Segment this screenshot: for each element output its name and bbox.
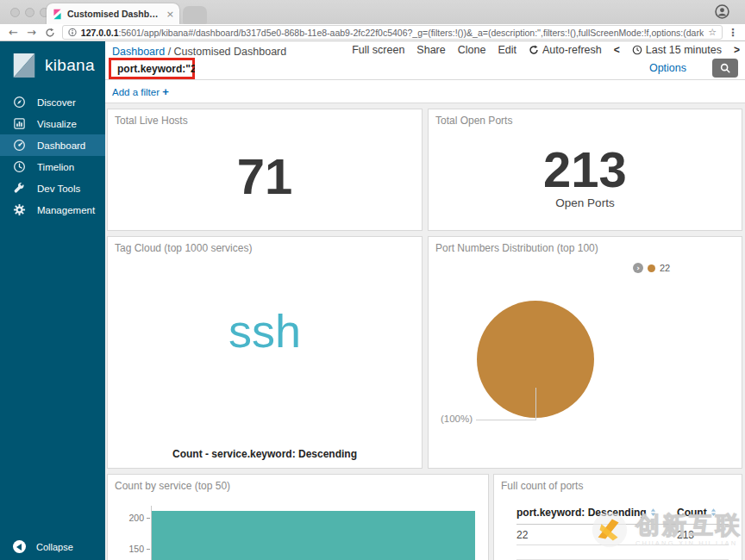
column-port-keyword[interactable]: port.keyword: Descending <box>516 507 677 519</box>
tab-title: Customised Dashboard - Kiba <box>67 9 162 19</box>
y-tick-mark <box>147 549 150 550</box>
bar-ssh[interactable] <box>152 511 475 560</box>
y-tick-mark <box>147 518 150 519</box>
breadcrumb: Dashboard / Customised Dashboard <box>112 46 286 58</box>
auto-refresh-button[interactable]: Auto-refresh <box>529 44 602 56</box>
browser-tab[interactable]: Customised Dashboard - Kiba × <box>47 3 179 24</box>
url-path: :5601/app/kibana#/dashboard/b317d5e0-868… <box>119 28 704 38</box>
time-range-picker[interactable]: Last 15 minutes <box>632 44 722 56</box>
kibana-favicon-icon <box>52 9 63 20</box>
table-row: 22 213 <box>516 525 729 545</box>
table-row <box>516 545 729 560</box>
browser-menu-icon[interactable]: ⋮ <box>728 27 738 39</box>
metric-open-ports: 213 <box>543 145 627 195</box>
browser-tab-bar: Customised Dashboard - Kiba × <box>0 0 745 25</box>
url-field[interactable]: 127.0.0.1:5601/app/kibana#/dashboard/b31… <box>62 25 723 40</box>
new-tab-button[interactable] <box>183 6 207 24</box>
annotation-red-box <box>109 58 195 79</box>
tab-close-icon[interactable]: × <box>166 9 174 20</box>
tag-cloud-caption: Count - service.keyword: Descending <box>108 448 422 460</box>
timelion-clock-icon <box>13 160 26 173</box>
panel-title: Count by service (top 50) <box>115 480 230 492</box>
browser-profile-icon[interactable] <box>715 4 729 19</box>
clock-icon <box>632 45 642 55</box>
url-host: 127.0.0.1 <box>81 28 119 38</box>
column-count[interactable]: Count <box>677 507 729 519</box>
legend-label[interactable]: 22 <box>660 263 670 273</box>
devtools-wrench-icon <box>13 182 26 195</box>
discover-compass-icon <box>13 96 26 109</box>
time-prev-button[interactable]: < <box>614 44 620 56</box>
sidebar-collapse-button[interactable]: Collapse <box>13 540 73 553</box>
sidebar-item-dashboard[interactable]: Dashboard <box>0 134 105 156</box>
collapse-label: Collapse <box>36 542 73 552</box>
sidebar-item-timelion[interactable]: Timelion <box>0 156 105 177</box>
y-tick-150: 150 <box>120 544 144 554</box>
clone-button[interactable]: Clone <box>458 44 486 56</box>
sort-icon <box>650 507 656 517</box>
breadcrumb-separator: / <box>165 46 173 58</box>
panel-total-live-hosts: Total Live Hosts 71 <box>107 109 423 231</box>
sidebar-item-label: Visualize <box>37 119 77 129</box>
metric-live-hosts: 71 <box>237 152 293 202</box>
window-close-button[interactable] <box>10 8 20 17</box>
filter-bar: Add a filter + <box>105 80 745 103</box>
main-content: Dashboard / Customised Dashboard Full sc… <box>105 41 745 560</box>
time-next-button[interactable]: > <box>734 44 740 56</box>
sidebar-item-label: Timelion <box>37 162 74 172</box>
panel-title: Port Numbers Distribution (top 100) <box>435 242 598 254</box>
sidebar-item-management[interactable]: Management <box>0 199 105 221</box>
url-text: 127.0.0.1:5601/app/kibana#/dashboard/b31… <box>81 28 704 38</box>
sidebar-item-discover[interactable]: Discover <box>0 91 105 113</box>
plus-icon: + <box>162 85 169 98</box>
sidebar-item-visualize[interactable]: Visualize <box>0 113 105 134</box>
bookmark-star-icon[interactable]: ☆ <box>708 27 717 38</box>
sidebar-item-label: Discover <box>37 97 76 108</box>
site-info-icon[interactable] <box>68 28 77 37</box>
pie-percent-label: (100%) <box>441 414 473 424</box>
panel-total-open-ports: Total Open Ports 213 Open Ports <box>428 109 742 231</box>
browser-url-bar: ← → 127.0.0.1:5601/app/kibana#/dashboard… <box>0 24 745 41</box>
cell-port: 22 <box>516 529 677 541</box>
pie-legend: › 22 <box>633 263 670 273</box>
tag-ssh[interactable]: ssh <box>108 304 422 358</box>
add-filter-button[interactable]: Add a filter + <box>112 85 169 98</box>
kibana-mark-icon <box>10 52 38 79</box>
dashboard-gauge-icon <box>13 139 26 152</box>
pie-label-connector <box>535 388 536 420</box>
edit-button[interactable]: Edit <box>498 44 516 56</box>
panel-port-distribution: Port Numbers Distribution (top 100) › 22… <box>428 236 742 469</box>
panel-tag-cloud: Tag Cloud (top 1000 services) ssh Count … <box>107 236 423 469</box>
sidebar-item-dev-tools[interactable]: Dev Tools <box>0 177 105 199</box>
legend-expand-icon[interactable]: › <box>633 263 643 273</box>
reload-icon[interactable] <box>45 28 55 38</box>
management-gear-icon <box>13 203 26 216</box>
search-icon <box>719 62 731 74</box>
search-button[interactable] <box>712 59 738 78</box>
share-button[interactable]: Share <box>416 44 445 56</box>
sidebar-item-label: Management <box>37 205 95 215</box>
options-link[interactable]: Options <box>649 62 686 74</box>
y-tick-200: 200 <box>120 513 144 523</box>
panel-title: Full count of ports <box>501 480 583 492</box>
sidebar-item-label: Dashboard <box>37 140 85 151</box>
visualize-barchart-icon <box>13 117 26 130</box>
ports-table: port.keyword: Descending Count 22 213 <box>516 501 729 560</box>
query-input[interactable] <box>111 63 195 75</box>
kibana-logo[interactable]: kibana <box>0 41 105 91</box>
dashboard-grid: Total Live Hosts 71 Total Open Ports 213… <box>105 103 745 560</box>
collapse-arrow-icon <box>13 540 26 553</box>
screen: Customised Dashboard - Kiba × ← → 127.0.… <box>0 0 745 560</box>
back-icon[interactable]: ← <box>9 27 18 38</box>
window-minimize-button[interactable] <box>25 8 34 17</box>
pie-label-connector <box>476 420 536 420</box>
sidebar-item-label: Dev Tools <box>37 184 80 194</box>
metric-sublabel: Open Ports <box>555 196 614 209</box>
panel-count-by-service: Count by service (top 50) 200 150 <box>107 474 489 560</box>
panel-title: Tag Cloud (top 1000 services) <box>115 242 252 254</box>
refresh-icon <box>529 45 539 55</box>
breadcrumb-dashboard-link[interactable]: Dashboard <box>112 46 165 58</box>
sort-icon <box>711 507 717 517</box>
forward-icon[interactable]: → <box>27 27 36 38</box>
full-screen-button[interactable]: Full screen <box>352 44 404 56</box>
